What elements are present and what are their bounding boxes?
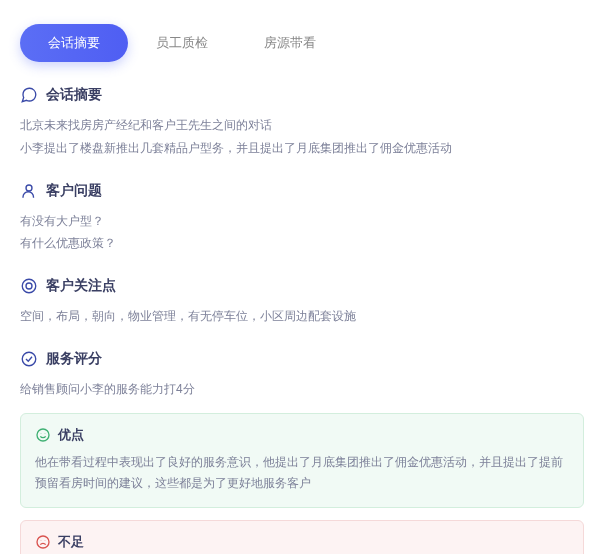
chat-icon — [20, 86, 38, 104]
svg-point-2 — [26, 283, 32, 289]
user-icon — [20, 182, 38, 200]
cons-title: 不足 — [58, 533, 84, 551]
section-body: 空间，布局，朝向，物业管理，有无停车位，小区周边配套设施 — [20, 305, 584, 328]
section-summary: 会话摘要 北京未来找房房产经纪和客户王先生之间的对话 小李提出了楼盘新推出几套精… — [20, 86, 584, 160]
pros-text: 他在带看过程中表现出了良好的服务意识，他提出了月底集团推出了佣金优惠活动，并且提… — [35, 452, 569, 495]
section-questions: 客户问题 有没有大户型？ 有什么优惠政策？ — [20, 182, 584, 256]
smile-icon — [35, 427, 51, 443]
section-body: 给销售顾问小李的服务能力打4分 — [20, 378, 584, 401]
svg-point-1 — [22, 279, 36, 293]
section-rating: 服务评分 给销售顾问小李的服务能力打4分 — [20, 350, 584, 401]
eval-header: 不足 — [35, 533, 569, 551]
focus-line: 空间，布局，朝向，物业管理，有无停车位，小区周边配套设施 — [20, 305, 584, 328]
svg-point-3 — [22, 352, 36, 366]
cons-box: 不足 但是他没有提出具体的优惠政策，也没有提出具体的房源带看时间，这些都是服务能… — [20, 520, 584, 554]
section-title: 服务评分 — [46, 350, 102, 368]
tab-viewing[interactable]: 房源带看 — [236, 24, 344, 62]
section-title: 客户问题 — [46, 182, 102, 200]
check-circle-icon — [20, 350, 38, 368]
svg-point-4 — [37, 429, 49, 441]
svg-point-7 — [37, 536, 49, 548]
question-line: 有没有大户型？ — [20, 210, 584, 233]
svg-point-0 — [26, 185, 32, 191]
question-line: 有什么优惠政策？ — [20, 232, 584, 255]
section-title: 会话摘要 — [46, 86, 102, 104]
section-title: 客户关注点 — [46, 277, 116, 295]
section-body: 有没有大户型？ 有什么优惠政策？ — [20, 210, 584, 256]
eval-header: 优点 — [35, 426, 569, 444]
pros-title: 优点 — [58, 426, 84, 444]
tabs-bar: 会话摘要 员工质检 房源带看 — [20, 24, 584, 62]
tab-quality[interactable]: 员工质检 — [128, 24, 236, 62]
tab-summary[interactable]: 会话摘要 — [20, 24, 128, 62]
section-header: 客户关注点 — [20, 277, 584, 295]
section-header: 会话摘要 — [20, 86, 584, 104]
section-focus: 客户关注点 空间，布局，朝向，物业管理，有无停车位，小区周边配套设施 — [20, 277, 584, 328]
target-icon — [20, 277, 38, 295]
rating-line: 给销售顾问小李的服务能力打4分 — [20, 378, 584, 401]
summary-line: 北京未来找房房产经纪和客户王先生之间的对话 — [20, 114, 584, 137]
frown-icon — [35, 534, 51, 550]
pros-box: 优点 他在带看过程中表现出了良好的服务意识，他提出了月底集团推出了佣金优惠活动，… — [20, 413, 584, 508]
section-body: 北京未来找房房产经纪和客户王先生之间的对话 小李提出了楼盘新推出几套精品户型务，… — [20, 114, 584, 160]
summary-line: 小李提出了楼盘新推出几套精品户型务，并且提出了月底集团推出了佣金优惠活动 — [20, 137, 584, 160]
section-header: 服务评分 — [20, 350, 584, 368]
section-header: 客户问题 — [20, 182, 584, 200]
